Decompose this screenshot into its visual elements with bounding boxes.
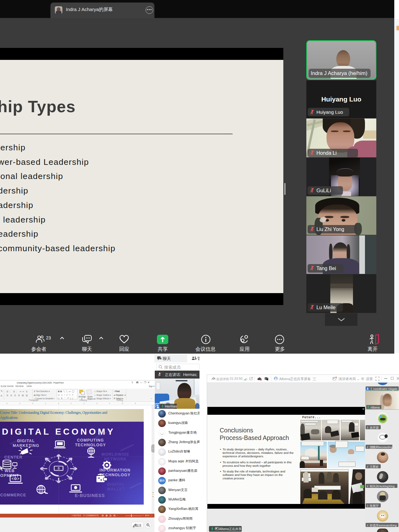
svg-text:a: a: [265, 378, 266, 379]
svg-text:<⚙>: <⚙>: [11, 477, 19, 481]
